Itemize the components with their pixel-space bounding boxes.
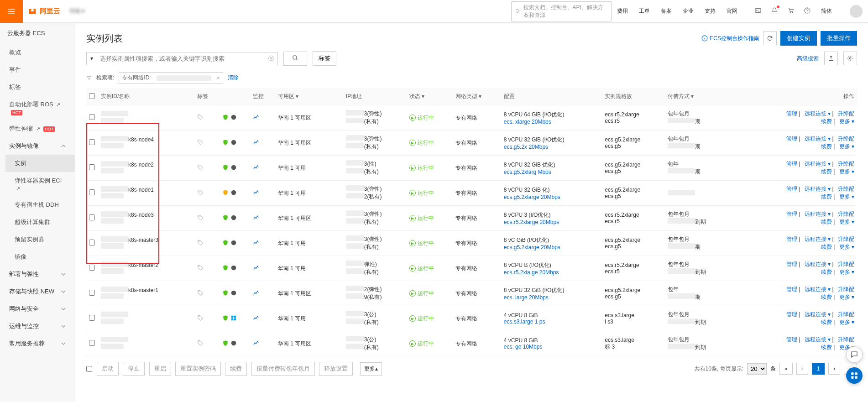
- monitor-link[interactable]: [253, 216, 259, 222]
- bulk-renew[interactable]: 续费: [225, 362, 247, 376]
- settings-button[interactable]: [843, 52, 857, 65]
- op-renew[interactable]: 续费: [821, 219, 832, 225]
- col-status[interactable]: 状态 ▾: [407, 88, 453, 105]
- op-manage[interactable]: 管理: [786, 311, 797, 318]
- op-renew[interactable]: 续费: [821, 244, 832, 250]
- op-change[interactable]: 升降配: [838, 286, 854, 292]
- col-pay[interactable]: 付费方式 ▾: [665, 88, 732, 105]
- select-all-footer[interactable]: [86, 366, 92, 372]
- monitor-link[interactable]: [253, 316, 259, 323]
- advanced-search-link[interactable]: 高级搜索: [797, 55, 819, 63]
- cloudshell-icon[interactable]: [754, 7, 762, 16]
- instance-id[interactable]: k8s-master3: [101, 236, 192, 243]
- shield-icon[interactable]: [222, 290, 229, 296]
- op-manage[interactable]: 管理: [786, 161, 797, 167]
- op-more[interactable]: 更多 ▾: [839, 118, 854, 125]
- monitor-link[interactable]: [253, 241, 259, 247]
- instance-id[interactable]: k8s-node1: [101, 186, 192, 193]
- row-checkbox[interactable]: [89, 139, 95, 145]
- op-remote[interactable]: 远程连接 ▾: [805, 261, 831, 267]
- guide-link[interactable]: ECS控制台操作指南: [701, 35, 759, 42]
- op-remote[interactable]: 远程连接 ▾: [805, 161, 831, 167]
- tag-icon[interactable]: [197, 166, 204, 172]
- bulk-ops-button[interactable]: 批量操作: [821, 31, 857, 46]
- op-remote[interactable]: 远程连接 ▾: [805, 311, 831, 318]
- op-remote[interactable]: 远程连接 ▾: [805, 136, 831, 142]
- nav-beian[interactable]: 备案: [661, 7, 672, 15]
- tag-icon[interactable]: [197, 216, 204, 222]
- monitor-link[interactable]: [253, 266, 259, 272]
- bulk-convert[interactable]: 按量付费转包年包月: [251, 362, 315, 376]
- bulk-release[interactable]: 释放设置: [319, 362, 353, 376]
- nav-enterprise[interactable]: 企业: [683, 7, 694, 15]
- op-change[interactable]: 升降配: [838, 311, 854, 318]
- op-manage[interactable]: 管理: [786, 186, 797, 192]
- row-checkbox[interactable]: [89, 214, 95, 220]
- create-instance-button[interactable]: 创建实例: [780, 31, 817, 46]
- help-icon[interactable]: [804, 7, 811, 16]
- pager-prev[interactable]: ‹: [796, 363, 808, 375]
- sidebar-group-network[interactable]: 网络与安全: [0, 300, 75, 318]
- bulk-restart[interactable]: 重启: [149, 362, 171, 376]
- search-type-select[interactable]: ▾: [87, 52, 97, 64]
- nav-support[interactable]: 支持: [705, 7, 716, 15]
- sidebar-ess[interactable]: 弹性伸缩 ↗ HOT: [0, 120, 75, 137]
- lang-selector[interactable]: 简体: [821, 7, 832, 15]
- tag-icon[interactable]: [197, 141, 204, 147]
- shield-icon[interactable]: [222, 340, 229, 346]
- op-more[interactable]: 更多 ▾: [839, 319, 854, 325]
- monitor-link[interactable]: [253, 115, 259, 122]
- shield-icon[interactable]: [222, 139, 229, 146]
- clear-search-icon[interactable]: ⓧ: [265, 55, 277, 63]
- pager-first[interactable]: «: [779, 363, 793, 375]
- row-checkbox[interactable]: [89, 290, 95, 296]
- nav-site[interactable]: 官网: [727, 7, 737, 15]
- sidebar-eci[interactable]: 弹性容器实例 ECI ↗: [5, 172, 75, 196]
- sidebar-events[interactable]: 事件: [0, 61, 75, 78]
- sidebar-reserved[interactable]: 预留实例券: [5, 231, 75, 248]
- op-remote[interactable]: 远程连接 ▾: [805, 336, 831, 343]
- row-checkbox[interactable]: [89, 114, 95, 120]
- op-manage[interactable]: 管理: [786, 336, 797, 343]
- col-zone[interactable]: 可用区 ▾: [275, 88, 335, 105]
- instance-id[interactable]: [101, 337, 192, 344]
- clear-filters-link[interactable]: 清除: [228, 74, 239, 82]
- sidebar-group-ops[interactable]: 运维与监控: [0, 318, 75, 335]
- op-change[interactable]: 升降配: [838, 261, 854, 267]
- nav-fee[interactable]: 费用: [617, 7, 628, 15]
- monitor-link[interactable]: [253, 291, 259, 298]
- region-selector[interactable]: 华南 ▾: [69, 7, 84, 15]
- tag-filter-button[interactable]: 标签: [313, 51, 336, 66]
- op-remote[interactable]: 远程连接 ▾: [805, 211, 831, 217]
- op-renew[interactable]: 续费: [821, 269, 832, 275]
- op-renew[interactable]: 续费: [821, 143, 832, 150]
- op-more[interactable]: 更多 ▾: [839, 219, 854, 225]
- sidebar-scc[interactable]: 超级计算集群: [5, 214, 75, 231]
- shield-icon[interactable]: [222, 240, 229, 246]
- sidebar-tags[interactable]: 标签: [0, 78, 75, 96]
- global-search[interactable]: 搜索文档、控制台、API、解决方案和资源: [511, 1, 612, 21]
- shield-icon[interactable]: [222, 189, 229, 196]
- tag-icon[interactable]: [197, 316, 204, 323]
- refresh-button[interactable]: [763, 31, 777, 45]
- brand-logo[interactable]: 阿里云: [27, 6, 60, 16]
- tag-icon[interactable]: [197, 191, 204, 197]
- row-checkbox[interactable]: [89, 265, 95, 271]
- op-more[interactable]: 更多 ▾: [839, 244, 854, 250]
- op-change[interactable]: 升降配: [838, 136, 854, 142]
- op-change[interactable]: 升降配: [838, 236, 854, 242]
- pager-current[interactable]: 1: [812, 363, 825, 375]
- tag-icon[interactable]: [197, 241, 204, 247]
- op-renew[interactable]: 续费: [821, 168, 832, 175]
- bulk-resetpw[interactable]: 重置实例密码: [175, 362, 221, 376]
- op-renew[interactable]: 续费: [821, 344, 832, 350]
- op-more[interactable]: 更多 ▾: [839, 143, 854, 150]
- bulk-start[interactable]: 启动: [97, 362, 119, 376]
- op-manage[interactable]: 管理: [786, 211, 797, 217]
- row-checkbox[interactable]: [89, 164, 95, 170]
- search-input[interactable]: [97, 52, 265, 65]
- op-renew[interactable]: 续费: [821, 319, 832, 325]
- sidebar-group-deploy[interactable]: 部署与弹性: [0, 266, 75, 283]
- nav-ticket[interactable]: 工单: [639, 7, 650, 15]
- page-size-select[interactable]: 20: [747, 363, 767, 375]
